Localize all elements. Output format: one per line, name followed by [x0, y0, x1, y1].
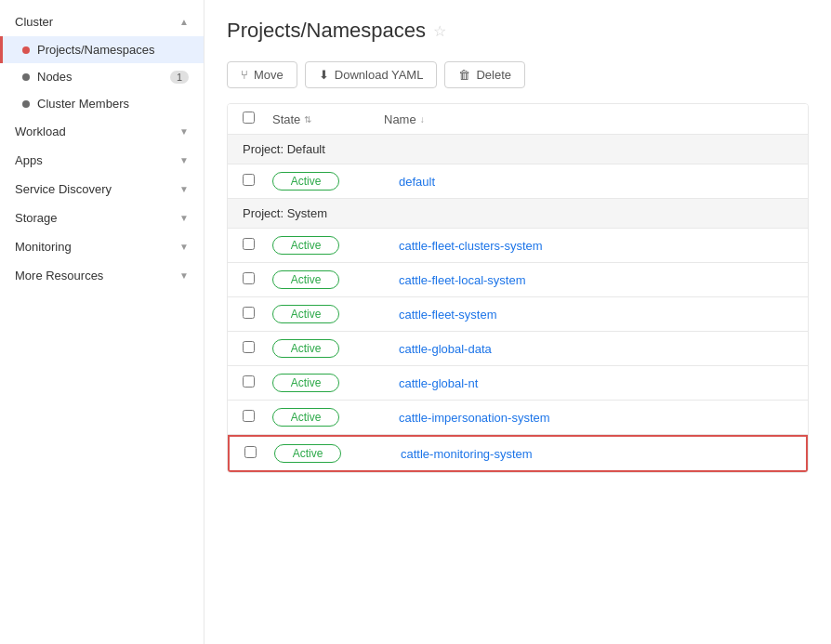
namespace-link[interactable]: cattle-monitoring-system: [401, 447, 533, 461]
status-badge: Active: [272, 408, 339, 427]
sidebar-item-projects-namespaces[interactable]: Projects/Namespaces: [0, 36, 204, 63]
table-row: Active default: [228, 164, 808, 199]
sidebar-section-label: More Resources: [15, 269, 103, 283]
status-badge: Active: [272, 305, 339, 323]
sidebar-item-label: Cluster Members: [37, 97, 129, 111]
move-icon: ⑂: [241, 68, 248, 82]
download-button-label: Download YAML: [335, 68, 424, 82]
chevron-down-icon: ▼: [179, 126, 189, 137]
download-icon: ⬇: [319, 68, 329, 82]
namespace-link[interactable]: cattle-fleet-system: [399, 308, 496, 322]
main-content: Projects/Namespaces ☆ ⑂ Move ⬇ Download …: [204, 0, 831, 644]
table-row: Active cattle-global-data: [228, 332, 808, 366]
row-checkbox[interactable]: [243, 238, 255, 250]
sidebar-section-storage[interactable]: Storage ▼: [0, 204, 204, 232]
table-row: Active cattle-fleet-clusters-system: [228, 229, 808, 263]
namespace-link[interactable]: cattle-fleet-clusters-system: [399, 239, 543, 253]
status-badge: Active: [272, 270, 339, 289]
page-header: Projects/Namespaces ☆: [227, 19, 809, 43]
chevron-down-icon: ▼: [179, 184, 189, 194]
row-checkbox[interactable]: [243, 307, 255, 319]
status-badge: Active: [272, 236, 339, 255]
sidebar: Cluster ▲ Projects/Namespaces Nodes 1 Cl…: [0, 0, 204, 644]
row-checkbox[interactable]: [244, 446, 257, 458]
node-count-badge: 1: [170, 71, 189, 84]
row-checkbox[interactable]: [243, 341, 255, 353]
row-checkbox[interactable]: [243, 375, 255, 388]
delete-button-label: Delete: [476, 68, 511, 82]
sidebar-section-label: Apps: [15, 153, 43, 167]
status-badge: Active: [272, 339, 339, 358]
sidebar-section-apps[interactable]: Apps ▼: [0, 146, 204, 175]
status-badge: Active: [272, 374, 339, 392]
download-yaml-button[interactable]: ⬇ Download YAML: [305, 61, 438, 88]
sidebar-section-monitoring[interactable]: Monitoring ▼: [0, 232, 204, 261]
sidebar-section-label: Storage: [15, 211, 58, 225]
namespaces-table: State ⇅ Name ↓ Project: Default Active d…: [227, 103, 809, 473]
sidebar-section-label: Monitoring: [15, 240, 72, 254]
col-header-name[interactable]: Name ↓: [384, 112, 793, 126]
dot-icon: [22, 73, 30, 81]
sidebar-item-label: Nodes: [37, 70, 73, 84]
group-header-default: Project: Default: [228, 135, 808, 164]
sidebar-section-label: Cluster: [15, 15, 53, 29]
sidebar-item-cluster-members[interactable]: Cluster Members: [0, 90, 204, 117]
move-button[interactable]: ⑂ Move: [227, 61, 297, 88]
dot-icon: [22, 100, 30, 108]
col-header-state[interactable]: State ⇅: [272, 112, 384, 126]
sort-icon: ⇅: [304, 114, 311, 125]
move-button-label: Move: [254, 68, 284, 82]
sort-icon: ↓: [420, 114, 425, 125]
table-row: Active cattle-fleet-local-system: [228, 263, 808, 297]
chevron-down-icon: ▼: [179, 213, 189, 223]
status-badge: Active: [272, 172, 339, 191]
row-checkbox[interactable]: [243, 410, 255, 422]
sidebar-section-more-resources[interactable]: More Resources ▼: [0, 261, 204, 290]
dot-icon: [22, 46, 30, 54]
sidebar-section-label: Service Discovery: [15, 182, 112, 196]
delete-button[interactable]: 🗑 Delete: [444, 61, 525, 88]
table-row: Active cattle-impersonation-system: [228, 401, 808, 435]
table-row: Active cattle-fleet-system: [228, 297, 808, 332]
namespace-link[interactable]: cattle-fleet-local-system: [399, 273, 526, 287]
row-checkbox[interactable]: [243, 174, 255, 186]
chevron-down-icon: ▼: [179, 270, 189, 281]
select-all-checkbox[interactable]: [243, 112, 255, 124]
table-row: Active cattle-global-nt: [228, 366, 808, 401]
sidebar-item-label: Projects/Namespaces: [37, 43, 154, 57]
namespace-link[interactable]: cattle-global-nt: [399, 376, 478, 390]
sidebar-section-label: Workload: [15, 125, 66, 138]
sidebar-section-cluster[interactable]: Cluster ▲: [0, 7, 204, 36]
favorite-star-icon[interactable]: ☆: [433, 22, 446, 40]
namespace-link[interactable]: default: [399, 175, 435, 189]
page-title: Projects/Namespaces: [227, 19, 426, 43]
status-badge: Active: [274, 444, 341, 463]
chevron-down-icon: ▼: [179, 155, 189, 165]
trash-icon: 🗑: [458, 68, 470, 82]
sidebar-section-workload[interactable]: Workload ▼: [0, 117, 204, 146]
toolbar: ⑂ Move ⬇ Download YAML 🗑 Delete: [227, 61, 809, 88]
group-header-system: Project: System: [228, 199, 808, 229]
row-checkbox[interactable]: [243, 272, 255, 284]
namespace-link[interactable]: cattle-global-data: [399, 342, 492, 356]
chevron-down-icon: ▼: [179, 242, 189, 252]
sidebar-section-service-discovery[interactable]: Service Discovery ▼: [0, 175, 204, 204]
table-header-row: State ⇅ Name ↓: [228, 104, 808, 135]
namespace-link[interactable]: cattle-impersonation-system: [399, 411, 550, 425]
table-row-highlighted: Active cattle-monitoring-system: [228, 435, 808, 472]
chevron-up-icon: ▲: [179, 17, 189, 27]
sidebar-item-nodes[interactable]: Nodes 1: [0, 63, 204, 90]
